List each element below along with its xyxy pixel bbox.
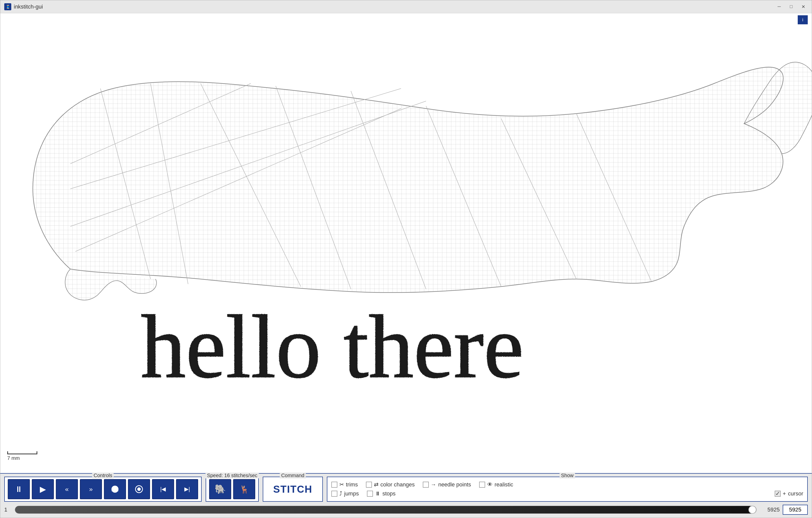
play-button[interactable]: ▶ (32, 479, 54, 499)
svg-point-15 (137, 487, 141, 491)
speed-label: Speed: 16 stitches/sec (205, 473, 259, 479)
realistic-icon: 👁 (487, 482, 493, 488)
controls-group: Controls ⏸ ▶ « » |◀ ▶| (4, 476, 202, 502)
command-group: Command STITCH (263, 476, 323, 502)
progress-dot (748, 506, 756, 514)
color-changes-checkbox[interactable] (366, 482, 372, 488)
jumps-icon: ⤴ (339, 490, 342, 497)
needle-points-icon: → (431, 482, 436, 488)
jumps-label: jumps (344, 490, 359, 497)
show-group: Show ✂ trims ⇄ color changes → (327, 476, 808, 502)
show-row-1: ✂ trims ⇄ color changes → needle points (331, 482, 803, 488)
show-row-2: ⤴ jumps ⏸ stops ✓ + cursor (331, 490, 803, 497)
title-bar: 🧵 inkstitch-gui ─ □ ✕ (0, 0, 812, 13)
trims-label: trims (346, 482, 358, 488)
scale-label: 7 mm (7, 455, 20, 461)
slower-button[interactable]: 🐘 (209, 479, 231, 499)
trims-icon: ✂ (339, 482, 344, 488)
color-changes-label: color changes (380, 482, 415, 488)
main-window: 🧵 inkstitch-gui ─ □ ✕ (0, 0, 812, 518)
needle-points-checkbox[interactable] (423, 482, 429, 488)
maximize-button[interactable]: □ (787, 3, 796, 11)
window-controls: ─ □ ✕ (775, 3, 808, 11)
embroidery-text: hello there (141, 296, 523, 397)
controls-label: Controls (92, 473, 114, 479)
stops-checkbox[interactable] (367, 491, 373, 497)
show-needle-points[interactable]: → needle points (423, 482, 471, 488)
realistic-label: realistic (495, 482, 514, 488)
show-cursor[interactable]: ✓ + cursor (775, 490, 803, 497)
next-color-button[interactable] (128, 479, 150, 499)
cursor-icon: + (783, 490, 786, 497)
cursor-checkbox[interactable]: ✓ (775, 491, 781, 497)
stops-icon: ⏸ (375, 490, 380, 497)
command-label: Command (280, 473, 306, 479)
show-label: Show (559, 473, 575, 479)
command-value: STITCH (273, 484, 312, 495)
canvas-area: hello there 7 mm i (0, 13, 812, 473)
jumps-checkbox[interactable] (331, 491, 337, 497)
needle-points-label: needle points (438, 482, 471, 488)
realistic-checkbox[interactable] (479, 482, 485, 488)
progress-row: 1 5925 (4, 505, 808, 515)
progress-end: 5925 (760, 507, 780, 513)
minimize-button[interactable]: ─ (775, 3, 784, 11)
stops-label: stops (382, 490, 396, 497)
trims-checkbox[interactable] (331, 482, 337, 488)
show-jumps[interactable]: ⤴ jumps (331, 490, 359, 497)
controls-row: Controls ⏸ ▶ « » |◀ ▶| Speed: 16 stitche… (4, 476, 808, 502)
show-realistic[interactable]: 👁 realistic (479, 482, 514, 488)
progress-bar-container[interactable] (15, 506, 757, 514)
cursor-label: cursor (788, 490, 803, 497)
close-button[interactable]: ✕ (799, 3, 808, 11)
rewind-button[interactable]: « (56, 479, 78, 499)
bottom-panel: Controls ⏸ ▶ « » |◀ ▶| Speed: 16 stitche… (0, 473, 812, 518)
window-title: inkstitch-gui (14, 3, 775, 10)
progress-start: 1 (4, 507, 12, 513)
speed-group: Speed: 16 stitches/sec 🐘 🦌 (206, 476, 259, 502)
faster-button[interactable]: 🦌 (233, 479, 255, 499)
pause-button[interactable]: ⏸ (8, 479, 30, 499)
progress-bar-fill (15, 506, 756, 514)
info-button[interactable]: i (798, 15, 808, 24)
show-stops[interactable]: ⏸ stops (367, 490, 396, 497)
color-changes-icon: ⇄ (374, 482, 378, 488)
app-icon: 🧵 (4, 3, 11, 10)
scale-bar: 7 mm (7, 451, 37, 461)
show-trims[interactable]: ✂ trims (331, 482, 358, 488)
scale-line (7, 451, 37, 454)
fast-forward-button[interactable]: » (80, 479, 102, 499)
embroidery-canvas: hello there (0, 13, 812, 473)
show-color-changes[interactable]: ⇄ color changes (366, 482, 415, 488)
to-start-button[interactable]: |◀ (152, 479, 174, 499)
progress-input[interactable] (783, 505, 808, 515)
to-end-button[interactable]: ▶| (176, 479, 198, 499)
prev-color-button[interactable] (104, 479, 126, 499)
